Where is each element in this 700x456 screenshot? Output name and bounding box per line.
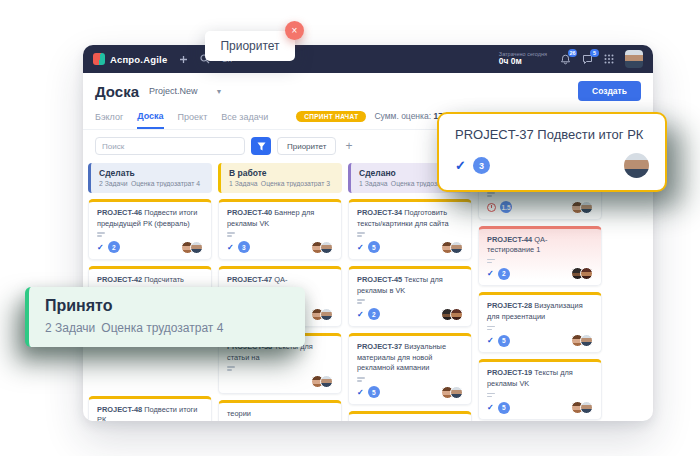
task-title: PROJECT-45 Тексты для рекламы в VK: [357, 275, 463, 296]
assignee-avatar: [624, 153, 649, 178]
check-icon: [487, 403, 494, 412]
task-meta: 3: [227, 241, 333, 254]
tab-all-tasks[interactable]: Все задачи: [221, 108, 268, 128]
check-icon: [97, 243, 104, 252]
task-title: PROJECT-46 Подвести итоги предыдущей РК …: [97, 208, 203, 229]
avatar: [190, 241, 203, 254]
task-title: PROJECT-37 Визуальные материалы для ново…: [357, 342, 463, 374]
accepted-subtitle: 2 Задачи Оценка трудозатрат 4: [45, 321, 289, 335]
project-selector[interactable]: Project.New ▼: [149, 86, 222, 96]
estimate-badge: 2: [108, 241, 120, 253]
avatar: [580, 334, 593, 347]
popup-task-title: PROJECT-37 Подвести итог РК: [455, 127, 649, 142]
kanban-column: Сделано 1 Задача Оценка трудозатрат PROJ…: [348, 163, 472, 421]
tab-backlog[interactable]: Бэклог: [95, 108, 123, 128]
check-icon: [357, 388, 364, 397]
avatar: [580, 401, 593, 414]
avatar: [320, 375, 333, 388]
avatar: [450, 241, 463, 254]
task-card[interactable]: PROJECT-48 Подвести итоги РК 2: [88, 396, 212, 421]
check-icon: [227, 243, 234, 252]
column-title: В работе: [229, 168, 334, 178]
tab-board[interactable]: Доска: [137, 107, 163, 129]
task-card-popup[interactable]: PROJECT-37 Подвести итог РК 3: [437, 112, 667, 192]
task-title: PROJECT-48 Подвести итоги РК: [97, 405, 203, 421]
avatar: [320, 308, 333, 321]
app-window: Аспро.Agile Сп Затрачено сегодня 0ч 0м 2…: [83, 45, 653, 421]
priority-tooltip-label: Приоритет: [220, 39, 279, 53]
task-card[interactable]: PROJECT-40 Баннер для рекламы VK 3: [218, 199, 342, 260]
column-subtitle: 2 Задачи Оценка трудозатрат 4: [99, 180, 204, 187]
estimate-badge: 1.5: [500, 201, 512, 213]
alarm-icon: [487, 203, 496, 212]
column-header[interactable]: В работе 1 Задача Оценка трудозатрат 3: [218, 163, 342, 193]
estimate-badge: 2: [368, 308, 380, 320]
task-card[interactable]: PROJECT-37 Визуальные материалы для ново…: [348, 333, 472, 405]
description-icon: [487, 259, 593, 264]
check-icon: [357, 243, 364, 252]
description-icon: [487, 326, 593, 331]
user-avatar[interactable]: [625, 50, 643, 68]
assignee-avatars: [311, 241, 333, 254]
priority-filter-chip[interactable]: Приоритет: [277, 137, 336, 155]
description-icon: [97, 232, 203, 237]
estimate-badge: 5: [498, 402, 510, 414]
estimate-badge: 2: [498, 268, 510, 280]
task-card[interactable]: теории 3: [218, 400, 342, 421]
avatar: [580, 201, 593, 214]
column-header[interactable]: Сделать 2 Задачи Оценка трудозатрат 4: [88, 163, 212, 193]
filter-button[interactable]: [251, 137, 271, 155]
task-card[interactable]: PROJECT-28 Визуализация для презентации …: [478, 292, 602, 353]
avatar: [580, 267, 593, 280]
add-filter-button[interactable]: +: [342, 140, 355, 152]
task-card[interactable]: PROJECT-19 Тексты для рекламы VK 5: [478, 359, 602, 420]
assignee-avatars: [441, 386, 463, 399]
task-title: PROJECT-19 Тексты для рекламы VK: [487, 368, 593, 389]
task-meta: 5: [357, 241, 463, 254]
description-icon: [227, 232, 333, 237]
priority-tooltip: Приоритет ×: [205, 31, 295, 61]
assignee-avatars: [571, 401, 593, 414]
accepted-title: Принято: [45, 297, 289, 315]
task-card[interactable]: PROJECT-45 Тексты для рекламы в VK 2: [348, 266, 472, 327]
accepted-column-callout: Принято 2 Задачи Оценка трудозатрат 4: [25, 287, 305, 347]
check-icon: [487, 336, 494, 345]
create-button[interactable]: Создать: [578, 81, 641, 101]
add-icon[interactable]: [177, 53, 189, 65]
bell-icon[interactable]: 26: [559, 53, 571, 65]
description-icon: [357, 232, 463, 237]
task-card[interactable]: PROJECT-23 Итоги РК 5: [348, 411, 472, 421]
estimate-badge: 5: [368, 386, 380, 398]
top-navbar: Аспро.Agile Сп Затрачено сегодня 0ч 0м 2…: [83, 45, 653, 73]
task-meta: 2: [487, 267, 593, 280]
search-input[interactable]: [95, 137, 245, 155]
chat-icon[interactable]: 5: [581, 53, 593, 65]
apps-grid-icon[interactable]: [603, 53, 615, 65]
time-value: 0ч 0м: [499, 57, 547, 67]
assignee-avatars: [571, 267, 593, 280]
description-icon: [487, 393, 593, 398]
task-card[interactable]: PROJECT-46 Подвести итоги предыдущей РК …: [88, 199, 212, 260]
task-meta: 2: [357, 308, 463, 321]
assignee-avatars: [441, 241, 463, 254]
task-title: PROJECT-34 Подготовить тексты/картинки д…: [357, 208, 463, 229]
kanban-column: 1.5 PROJECT-44 QA-тестирование 1 2 PROJE…: [478, 163, 602, 421]
tab-project[interactable]: Проект: [178, 108, 208, 128]
close-icon[interactable]: ×: [285, 21, 304, 40]
app-logo[interactable]: Аспро.Agile: [93, 53, 167, 65]
assignee-avatars: [311, 308, 333, 321]
logo-icon: [93, 53, 105, 65]
column-title: Сделать: [99, 168, 204, 178]
task-card[interactable]: PROJECT-34 Подготовить тексты/картинки д…: [348, 199, 472, 260]
task-meta: 5: [357, 386, 463, 399]
task-title: PROJECT-44 QA-тестирование 1: [487, 235, 593, 256]
estimate-badge: 5: [498, 335, 510, 347]
time-tracker: Затрачено сегодня 0ч 0м: [499, 51, 547, 67]
check-icon: [487, 269, 494, 278]
check-icon: [357, 310, 364, 319]
column-cards: PROJECT-34 Подготовить тексты/картинки д…: [348, 199, 472, 421]
task-meta: [227, 375, 333, 388]
task-meta: 5: [487, 401, 593, 414]
estimate-badge: 3: [473, 157, 490, 174]
task-card[interactable]: PROJECT-44 QA-тестирование 1 2: [478, 226, 602, 287]
